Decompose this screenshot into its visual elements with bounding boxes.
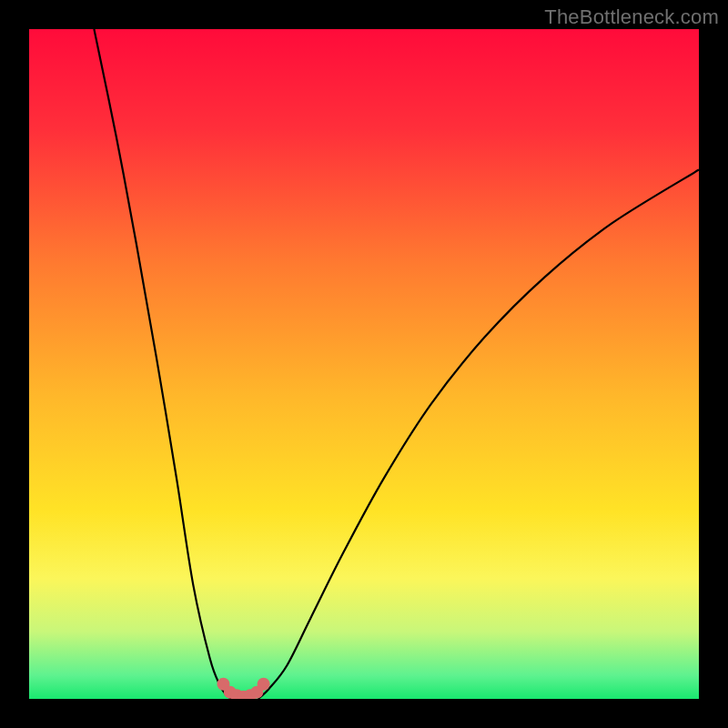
chart-frame (29, 29, 699, 699)
chart-background (29, 29, 699, 699)
bottom-dot (258, 678, 270, 691)
chart-svg (29, 29, 699, 699)
watermark-text: TheBottleneck.com (544, 5, 719, 29)
